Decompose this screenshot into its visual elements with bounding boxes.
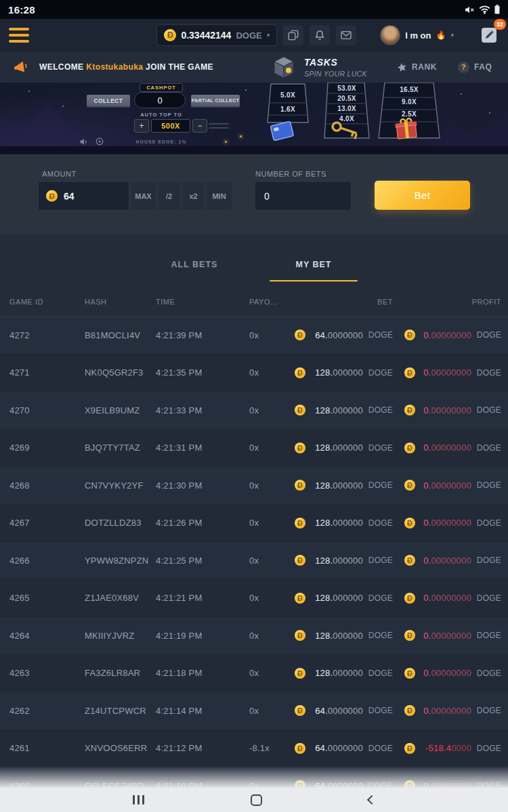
user-menu[interactable]: I m on 🔥 ▾ bbox=[380, 25, 454, 45]
profit-cell: Ð 0.00000000 DOGE bbox=[404, 467, 501, 504]
profit-amount: 0.00000000 bbox=[421, 556, 471, 566]
bet-currency: DOGE bbox=[368, 480, 393, 490]
bet-row[interactable]: 4261 XNVOOS6ERR 4:21:12 PM -8.1x Ð 64.00… bbox=[0, 730, 508, 768]
speaker-icon[interactable] bbox=[80, 138, 89, 145]
payout-value: 0x bbox=[249, 355, 259, 392]
chevron-down-icon: ▾ bbox=[267, 32, 270, 39]
bets-tabs: ALL BETS MY BET bbox=[0, 250, 508, 281]
bet-cell: Ð 128.000000 DOGE bbox=[295, 542, 393, 579]
promo-banner: WELCOME Ktostukabuka JOIN THE GAME TASKS… bbox=[0, 51, 508, 83]
wallet-button[interactable] bbox=[283, 25, 303, 45]
doge-coin-icon: Ð bbox=[404, 555, 415, 566]
messages-button[interactable] bbox=[336, 25, 356, 45]
bet-amount: 128.000000 bbox=[311, 668, 363, 678]
svg-text:53.0X: 53.0X bbox=[337, 85, 356, 92]
amount-field[interactable]: Ð bbox=[39, 182, 129, 210]
bet-currency: DOGE bbox=[368, 744, 393, 753]
game-id-value: 4266 bbox=[9, 542, 30, 579]
hash-value: NK0Q5GR2F3 bbox=[85, 355, 144, 392]
bet-cell: Ð 128.000000 DOGE bbox=[295, 467, 393, 504]
bet-button[interactable]: Bet bbox=[375, 181, 470, 210]
envelope-icon bbox=[341, 30, 352, 40]
menu-button[interactable] bbox=[9, 25, 29, 45]
crate-icon bbox=[270, 55, 298, 79]
bet-row[interactable]: 4266 YPWW8ZNPZN 4:21:25 PM 0x Ð 128.0000… bbox=[0, 542, 508, 580]
header-payout: PAYO... bbox=[249, 288, 278, 316]
decrease-button[interactable]: − bbox=[192, 119, 207, 133]
payout-value: 0x bbox=[249, 655, 259, 692]
back-button[interactable] bbox=[367, 795, 377, 805]
hash-value: CN7VYKY2YF bbox=[85, 467, 144, 504]
svg-text:5.0X: 5.0X bbox=[280, 91, 295, 99]
tab-my-bet[interactable]: MY BET bbox=[254, 250, 373, 281]
bet-row[interactable]: 4271 NK0Q5GR2F3 4:21:35 PM 0x Ð 128.0000… bbox=[0, 355, 508, 392]
svg-text:1.6X: 1.6X bbox=[280, 106, 295, 113]
home-button[interactable] bbox=[251, 794, 262, 806]
bet-row[interactable]: 4260 GFLEQE74PD 4:21:10 PM 0x Ð 64.00000… bbox=[0, 767, 508, 788]
bet-row[interactable]: 4268 CN7VYKY2YF 4:21:30 PM 0x Ð 128.0000… bbox=[0, 467, 508, 505]
doge-coin-icon: Ð bbox=[295, 518, 305, 528]
bet-currency: DOGE bbox=[368, 781, 393, 788]
bet-amount: 64.0000000 bbox=[311, 706, 363, 716]
bet-amount: 128.000000 bbox=[311, 367, 363, 378]
balance-amount: 0.33442144 bbox=[181, 30, 231, 41]
number-of-bets-input[interactable] bbox=[264, 191, 342, 202]
tab-all-bets[interactable]: ALL BETS bbox=[135, 250, 254, 281]
game-canvas[interactable]: CASHPOT COLLECT 0 PARTIAL COLLECT AUTO T… bbox=[0, 83, 508, 154]
profit-cell: Ð 0.00000000 DOGE bbox=[404, 392, 501, 429]
bet-row[interactable]: 4269 BJQ7TY7TAZ 4:21:31 PM 0x Ð 128.0000… bbox=[0, 430, 508, 468]
bet-row[interactable]: 4265 Z1JAE0X68V 4:21:21 PM 0x Ð 128.0000… bbox=[0, 580, 508, 618]
doge-coin-icon: Ð bbox=[404, 593, 415, 604]
recents-button[interactable] bbox=[133, 795, 144, 805]
payout-value: 0x bbox=[249, 505, 259, 542]
doge-coin-icon: Ð bbox=[164, 29, 176, 41]
bet-row[interactable]: 4272 B81MOCLI4V 4:21:39 PM 0x Ð 64.00000… bbox=[0, 317, 508, 355]
hash-value: Z14UTCPWCR bbox=[85, 692, 146, 729]
bet-row[interactable]: 4263 FA3Z6LR8AR 4:21:18 PM 0x Ð 128.0000… bbox=[0, 655, 508, 693]
half-button[interactable]: /2 bbox=[158, 182, 180, 210]
notifications-button[interactable] bbox=[310, 25, 330, 45]
profit-amount: 0.00000000 bbox=[421, 480, 471, 491]
profit-amount: 0.00000000 bbox=[421, 518, 471, 528]
bet-currency: DOGE bbox=[368, 706, 393, 715]
balance-selector[interactable]: Ð 0.33442144 DOGE ▾ bbox=[156, 24, 277, 46]
animation-toggle-icon[interactable] bbox=[96, 137, 104, 145]
game-audio-controls bbox=[80, 137, 104, 145]
doge-coin-icon: Ð bbox=[404, 743, 415, 754]
profit-currency: DOGE bbox=[477, 706, 501, 715]
header-profit: PROFIT bbox=[472, 288, 501, 316]
profit-amount: 0.00000000 bbox=[421, 631, 471, 641]
mute-icon bbox=[465, 5, 475, 14]
partial-collect-button[interactable]: PARTIAL COLLECT bbox=[191, 95, 240, 108]
bet-row[interactable]: 4267 DOTZLLDZ83 4:21:26 PM 0x Ð 128.0000… bbox=[0, 505, 508, 543]
chat-badge: 32 bbox=[494, 19, 506, 30]
svg-text:20.5X: 20.5X bbox=[337, 95, 356, 102]
chevron-down-icon: ▾ bbox=[450, 32, 454, 39]
amount-label: AMOUNT bbox=[42, 170, 77, 178]
bet-row[interactable]: 4262 Z14UTCPWCR 4:21:14 PM 0x Ð 64.00000… bbox=[0, 692, 508, 730]
profit-cell: Ð 0.00000000 DOGE bbox=[404, 355, 501, 392]
min-button[interactable]: MIN bbox=[207, 182, 232, 210]
amount-input[interactable] bbox=[64, 191, 111, 202]
auto-top-label: AUTO TOP TO bbox=[117, 112, 206, 118]
max-button[interactable]: MAX bbox=[131, 182, 156, 210]
bet-row[interactable]: 4270 X9EILB9UMZ 4:21:33 PM 0x Ð 128.0000… bbox=[0, 392, 508, 430]
tasks-link[interactable]: TASKS SPIN YOUR LUCK bbox=[270, 55, 367, 79]
bet-cell: Ð 64.0000000 DOGE bbox=[295, 730, 393, 767]
bet-row[interactable]: 4264 MKIIIYJVRZ 4:21:19 PM 0x Ð 128.0000… bbox=[0, 617, 508, 655]
faq-link[interactable]: ? FAQ bbox=[458, 51, 492, 83]
double-button[interactable]: x2 bbox=[182, 182, 205, 210]
house-edge-label: HOUSE EDGE: 1% bbox=[117, 139, 206, 144]
chat-button[interactable]: 32 bbox=[479, 25, 499, 45]
bet-cell: Ð 64.0000000 DOGE bbox=[295, 767, 393, 788]
doge-coin-icon: Ð bbox=[404, 705, 415, 716]
increase-button[interactable]: + bbox=[134, 119, 149, 133]
game-id-value: 4263 bbox=[9, 655, 30, 692]
profit-cell: Ð 0.00000000 DOGE bbox=[404, 767, 501, 788]
collect-button[interactable]: COLLECT bbox=[87, 95, 130, 108]
star-decoration bbox=[28, 91, 30, 92]
hash-value: X9EILB9UMZ bbox=[85, 392, 140, 429]
number-of-bets-field[interactable] bbox=[255, 182, 351, 210]
time-value: 4:21:39 PM bbox=[156, 317, 203, 354]
rank-link[interactable]: RANK bbox=[397, 51, 437, 83]
